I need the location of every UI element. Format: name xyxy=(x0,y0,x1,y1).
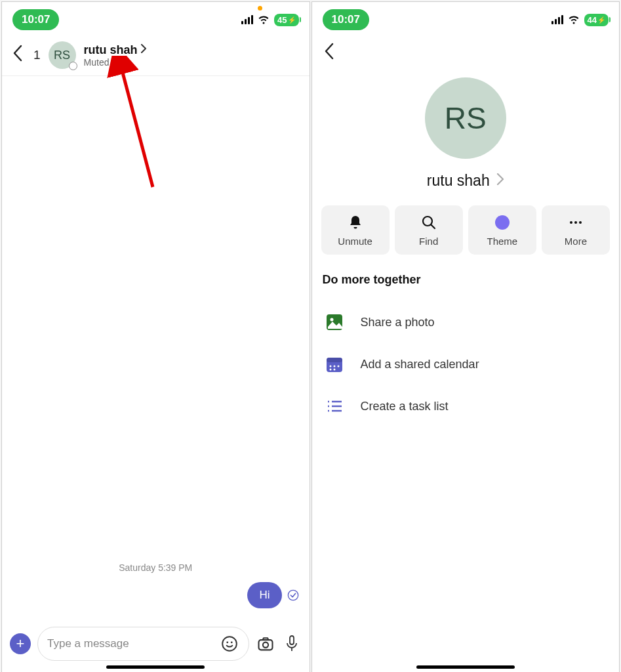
contact-name-row: rutu shah xyxy=(84,43,147,57)
chat-header: 1 RS rutu shah Muted xyxy=(2,37,310,76)
status-bar: 10:07 45⚡ xyxy=(2,2,310,37)
battery-level: 44 xyxy=(588,15,597,25)
chat-screen: 10:07 45⚡ 1 RS rutu shah xyxy=(1,1,310,672)
contact-avatar-large[interactable]: RS xyxy=(425,77,506,159)
home-indicator[interactable] xyxy=(106,665,205,669)
status-time: 10:07 xyxy=(12,9,59,30)
unmute-button[interactable]: Unmute xyxy=(321,205,390,255)
svg-line-11 xyxy=(431,225,435,229)
svg-point-2 xyxy=(222,637,237,651)
list-item-label: Create a task list xyxy=(361,400,449,413)
calendar-icon xyxy=(325,355,344,373)
svg-point-12 xyxy=(570,221,572,224)
emoji-button[interactable] xyxy=(220,634,239,654)
svg-point-4 xyxy=(230,641,232,643)
contact-subtitle: Muted xyxy=(84,57,147,68)
action-label: Theme xyxy=(487,236,517,247)
action-label: More xyxy=(565,236,587,247)
charging-icon: ⚡ xyxy=(288,16,296,24)
recording-indicator-dot xyxy=(258,6,262,10)
microphone-button[interactable] xyxy=(282,634,302,654)
share-photo-item[interactable]: Share a photo xyxy=(321,301,611,343)
svg-point-14 xyxy=(579,221,582,224)
unread-count: 1 xyxy=(33,48,41,62)
contact-avatar[interactable]: RS xyxy=(49,41,76,69)
svg-point-6 xyxy=(262,642,268,648)
battery-indicator: 45⚡ xyxy=(274,14,298,26)
back-button[interactable] xyxy=(321,43,337,64)
more-button[interactable]: More xyxy=(542,205,610,255)
task-list-icon xyxy=(325,397,344,415)
presence-indicator xyxy=(69,62,77,70)
bell-icon xyxy=(348,215,363,230)
svg-rect-7 xyxy=(290,636,294,644)
photo-icon xyxy=(325,313,344,331)
battery-level: 45 xyxy=(277,15,287,25)
contact-header-text[interactable]: rutu shah Muted xyxy=(84,43,147,68)
status-icons: 45⚡ xyxy=(241,12,298,28)
back-button[interactable] xyxy=(10,45,26,66)
contact-name-row[interactable]: rutu shah xyxy=(427,172,504,190)
message-status-icon xyxy=(287,589,299,601)
list-item-label: Share a photo xyxy=(361,316,435,329)
chevron-right-icon xyxy=(140,44,147,56)
cellular-signal-icon xyxy=(241,15,253,24)
message-input[interactable] xyxy=(47,637,213,650)
search-icon xyxy=(421,215,437,230)
sent-message-bubble[interactable]: Hi xyxy=(247,582,281,608)
contact-name: rutu shah xyxy=(427,172,490,190)
svg-point-1 xyxy=(288,590,298,600)
contact-name: rutu shah xyxy=(84,43,138,57)
add-calendar-item[interactable]: Add a shared calendar xyxy=(321,343,611,385)
status-bar: 10:07 44⚡ xyxy=(312,2,620,37)
detail-body: RS rutu shah Unmute xyxy=(312,70,620,427)
wifi-icon xyxy=(567,12,580,28)
svg-point-16 xyxy=(330,318,333,322)
camera-button[interactable] xyxy=(256,634,275,654)
more-horizontal-icon xyxy=(568,215,584,230)
svg-point-21 xyxy=(337,366,339,368)
charging-icon: ⚡ xyxy=(597,16,605,24)
message-input-bar: + xyxy=(2,621,310,672)
section-heading: Do more together xyxy=(321,273,421,287)
message-row: Hi xyxy=(12,582,299,608)
svg-point-19 xyxy=(329,366,331,368)
chevron-right-icon xyxy=(496,173,504,188)
battery-indicator: 44⚡ xyxy=(584,14,609,26)
wifi-icon xyxy=(257,12,270,28)
detail-header xyxy=(312,37,620,70)
svg-point-22 xyxy=(329,369,331,371)
theme-button[interactable]: Theme xyxy=(468,205,536,255)
svg-point-3 xyxy=(226,641,228,643)
home-indicator[interactable] xyxy=(416,665,515,669)
add-attachment-button[interactable]: + xyxy=(10,633,31,654)
svg-point-23 xyxy=(333,369,335,371)
action-buttons-row: Unmute Find Theme More xyxy=(321,205,611,255)
create-tasklist-item[interactable]: Create a task list xyxy=(321,385,611,427)
avatar-initials: RS xyxy=(54,49,70,62)
chat-body[interactable]: Saturday 5:39 PM Hi xyxy=(2,76,310,621)
action-label: Unmute xyxy=(338,236,372,247)
list-item-label: Add a shared calendar xyxy=(361,358,479,371)
contact-detail-screen: 10:07 44⚡ RS rutu shah xyxy=(311,1,620,672)
avatar-initials: RS xyxy=(445,100,487,136)
message-timestamp: Saturday 5:39 PM xyxy=(12,562,299,573)
status-icons: 44⚡ xyxy=(551,12,609,28)
svg-rect-18 xyxy=(327,358,342,362)
status-time: 10:07 xyxy=(323,9,369,30)
message-input-container[interactable] xyxy=(37,627,249,661)
svg-point-13 xyxy=(574,221,577,224)
find-button[interactable]: Find xyxy=(395,205,463,255)
action-label: Find xyxy=(419,236,438,247)
cellular-signal-icon xyxy=(551,15,563,24)
svg-rect-5 xyxy=(258,640,272,650)
theme-color-icon xyxy=(495,215,510,230)
svg-point-20 xyxy=(333,366,335,368)
